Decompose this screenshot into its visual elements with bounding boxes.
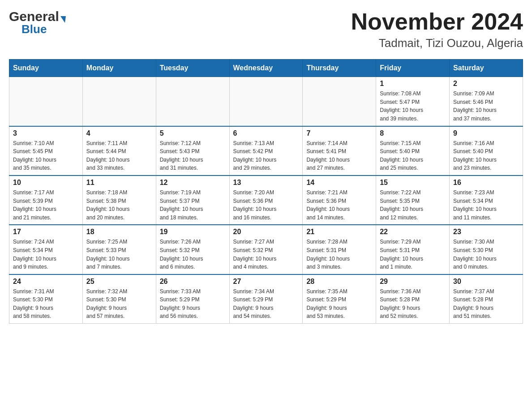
day-number: 15 xyxy=(380,179,446,187)
calendar-day: 14Sunrise: 7:21 AM Sunset: 5:36 PM Dayli… xyxy=(303,176,376,225)
day-number: 1 xyxy=(380,80,446,88)
day-number: 27 xyxy=(233,278,299,286)
calendar-day: 26Sunrise: 7:33 AM Sunset: 5:29 PM Dayli… xyxy=(156,274,229,324)
calendar-week-row: 10Sunrise: 7:17 AM Sunset: 5:39 PM Dayli… xyxy=(9,176,523,225)
day-info: Sunrise: 7:14 AM Sunset: 5:41 PM Dayligh… xyxy=(306,139,372,172)
calendar-table: SundayMondayTuesdayWednesdayThursdayFrid… xyxy=(9,59,523,324)
title-section: November 2024 Tadmait, Tizi Ouzou, Alger… xyxy=(351,9,523,50)
day-info: Sunrise: 7:08 AM Sunset: 5:47 PM Dayligh… xyxy=(380,90,446,123)
calendar-day: 15Sunrise: 7:22 AM Sunset: 5:35 PM Dayli… xyxy=(376,176,450,225)
logo-triangle-icon xyxy=(60,16,66,23)
day-info: Sunrise: 7:18 AM Sunset: 5:38 PM Dayligh… xyxy=(86,188,152,222)
day-number: 2 xyxy=(453,80,519,88)
calendar-week-row: 24Sunrise: 7:31 AM Sunset: 5:30 PM Dayli… xyxy=(9,274,523,324)
day-info: Sunrise: 7:33 AM Sunset: 5:29 PM Dayligh… xyxy=(160,287,226,321)
calendar-day: 12Sunrise: 7:19 AM Sunset: 5:37 PM Dayli… xyxy=(156,176,229,225)
calendar-day xyxy=(303,77,376,126)
logo-general: General xyxy=(9,9,59,24)
calendar-day: 1Sunrise: 7:08 AM Sunset: 5:47 PM Daylig… xyxy=(376,77,450,126)
calendar-day: 16Sunrise: 7:23 AM Sunset: 5:34 PM Dayli… xyxy=(450,176,523,225)
day-info: Sunrise: 7:22 AM Sunset: 5:35 PM Dayligh… xyxy=(380,188,446,222)
day-info: Sunrise: 7:12 AM Sunset: 5:43 PM Dayligh… xyxy=(160,139,226,172)
day-number: 7 xyxy=(306,129,372,137)
calendar-day: 9Sunrise: 7:16 AM Sunset: 5:40 PM Daylig… xyxy=(450,126,523,176)
weekday-header-monday: Monday xyxy=(82,60,156,77)
day-number: 12 xyxy=(160,179,226,187)
day-number: 11 xyxy=(86,179,152,187)
calendar-subtitle: Tadmait, Tizi Ouzou, Algeria xyxy=(351,36,523,50)
day-number: 28 xyxy=(306,278,372,286)
calendar-day: 10Sunrise: 7:17 AM Sunset: 5:39 PM Dayli… xyxy=(9,176,83,225)
calendar-day: 2Sunrise: 7:09 AM Sunset: 5:46 PM Daylig… xyxy=(450,77,523,126)
day-info: Sunrise: 7:11 AM Sunset: 5:44 PM Dayligh… xyxy=(86,139,152,172)
weekday-header-sunday: Sunday xyxy=(9,60,83,77)
weekday-header-saturday: Saturday xyxy=(450,60,523,77)
day-number: 10 xyxy=(13,179,79,187)
calendar-day: 30Sunrise: 7:37 AM Sunset: 5:28 PM Dayli… xyxy=(450,274,523,324)
day-info: Sunrise: 7:30 AM Sunset: 5:30 PM Dayligh… xyxy=(453,238,519,271)
day-info: Sunrise: 7:10 AM Sunset: 5:45 PM Dayligh… xyxy=(13,139,79,172)
day-number: 23 xyxy=(453,228,519,236)
day-number: 3 xyxy=(13,129,79,137)
calendar-day xyxy=(229,77,303,126)
calendar-day: 21Sunrise: 7:28 AM Sunset: 5:31 PM Dayli… xyxy=(303,225,376,274)
calendar-day xyxy=(82,77,156,126)
day-info: Sunrise: 7:32 AM Sunset: 5:30 PM Dayligh… xyxy=(86,287,152,321)
day-info: Sunrise: 7:25 AM Sunset: 5:33 PM Dayligh… xyxy=(86,238,152,271)
day-number: 29 xyxy=(380,278,446,286)
calendar-day: 28Sunrise: 7:35 AM Sunset: 5:29 PM Dayli… xyxy=(303,274,376,324)
calendar-day: 25Sunrise: 7:32 AM Sunset: 5:30 PM Dayli… xyxy=(82,274,156,324)
calendar-title: November 2024 xyxy=(351,9,523,34)
day-info: Sunrise: 7:26 AM Sunset: 5:32 PM Dayligh… xyxy=(160,238,226,271)
calendar-day: 6Sunrise: 7:13 AM Sunset: 5:42 PM Daylig… xyxy=(229,126,303,176)
day-number: 24 xyxy=(13,278,79,286)
day-number: 25 xyxy=(86,278,152,286)
day-number: 17 xyxy=(13,228,79,236)
calendar-day: 24Sunrise: 7:31 AM Sunset: 5:30 PM Dayli… xyxy=(9,274,83,324)
day-number: 19 xyxy=(160,228,226,236)
calendar-day xyxy=(9,77,83,126)
calendar-day: 8Sunrise: 7:15 AM Sunset: 5:40 PM Daylig… xyxy=(376,126,450,176)
day-number: 16 xyxy=(453,179,519,187)
day-number: 30 xyxy=(453,278,519,286)
day-info: Sunrise: 7:36 AM Sunset: 5:28 PM Dayligh… xyxy=(380,287,446,321)
calendar-day: 23Sunrise: 7:30 AM Sunset: 5:30 PM Dayli… xyxy=(450,225,523,274)
weekday-header-thursday: Thursday xyxy=(303,60,376,77)
page-header: General Blue November 2024 Tadmait, Tizi… xyxy=(9,9,523,50)
day-info: Sunrise: 7:24 AM Sunset: 5:34 PM Dayligh… xyxy=(13,238,79,271)
calendar-day: 3Sunrise: 7:10 AM Sunset: 5:45 PM Daylig… xyxy=(9,126,83,176)
day-number: 21 xyxy=(306,228,372,236)
day-number: 26 xyxy=(160,278,226,286)
day-info: Sunrise: 7:17 AM Sunset: 5:39 PM Dayligh… xyxy=(13,188,79,222)
day-info: Sunrise: 7:27 AM Sunset: 5:32 PM Dayligh… xyxy=(233,238,299,271)
calendar-week-row: 17Sunrise: 7:24 AM Sunset: 5:34 PM Dayli… xyxy=(9,225,523,274)
day-info: Sunrise: 7:34 AM Sunset: 5:29 PM Dayligh… xyxy=(233,287,299,321)
day-info: Sunrise: 7:16 AM Sunset: 5:40 PM Dayligh… xyxy=(453,139,519,172)
day-number: 6 xyxy=(233,129,299,137)
day-info: Sunrise: 7:28 AM Sunset: 5:31 PM Dayligh… xyxy=(306,238,372,271)
day-info: Sunrise: 7:19 AM Sunset: 5:37 PM Dayligh… xyxy=(160,188,226,222)
day-info: Sunrise: 7:09 AM Sunset: 5:46 PM Dayligh… xyxy=(453,90,519,123)
weekday-header-wednesday: Wednesday xyxy=(229,60,303,77)
day-info: Sunrise: 7:29 AM Sunset: 5:31 PM Dayligh… xyxy=(380,238,446,271)
day-number: 8 xyxy=(380,129,446,137)
day-number: 9 xyxy=(453,129,519,137)
day-info: Sunrise: 7:23 AM Sunset: 5:34 PM Dayligh… xyxy=(453,188,519,222)
calendar-day: 18Sunrise: 7:25 AM Sunset: 5:33 PM Dayli… xyxy=(82,225,156,274)
calendar-day: 7Sunrise: 7:14 AM Sunset: 5:41 PM Daylig… xyxy=(303,126,376,176)
day-number: 18 xyxy=(86,228,152,236)
logo: General Blue xyxy=(9,9,66,36)
calendar-day: 17Sunrise: 7:24 AM Sunset: 5:34 PM Dayli… xyxy=(9,225,83,274)
day-info: Sunrise: 7:13 AM Sunset: 5:42 PM Dayligh… xyxy=(233,139,299,172)
day-number: 13 xyxy=(233,179,299,187)
calendar-day: 20Sunrise: 7:27 AM Sunset: 5:32 PM Dayli… xyxy=(229,225,303,274)
day-info: Sunrise: 7:15 AM Sunset: 5:40 PM Dayligh… xyxy=(380,139,446,172)
day-number: 4 xyxy=(86,129,152,137)
calendar-day: 13Sunrise: 7:20 AM Sunset: 5:36 PM Dayli… xyxy=(229,176,303,225)
day-info: Sunrise: 7:31 AM Sunset: 5:30 PM Dayligh… xyxy=(13,287,79,321)
calendar-day: 5Sunrise: 7:12 AM Sunset: 5:43 PM Daylig… xyxy=(156,126,229,176)
calendar-day: 4Sunrise: 7:11 AM Sunset: 5:44 PM Daylig… xyxy=(82,126,156,176)
logo-blue: Blue xyxy=(21,22,47,36)
calendar-day: 11Sunrise: 7:18 AM Sunset: 5:38 PM Dayli… xyxy=(82,176,156,225)
day-info: Sunrise: 7:35 AM Sunset: 5:29 PM Dayligh… xyxy=(306,287,372,321)
